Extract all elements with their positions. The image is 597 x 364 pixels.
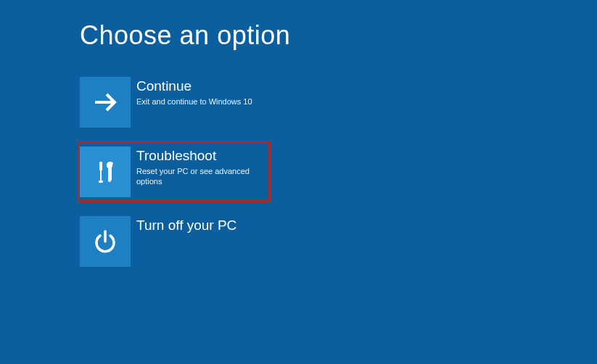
option-title: Turn off your PC <box>136 218 236 234</box>
svg-rect-3 <box>99 181 103 183</box>
option-title: Continue <box>136 78 252 95</box>
tools-icon <box>91 157 120 186</box>
option-desc: Reset your PC or see advanced options <box>136 166 261 187</box>
option-desc: Exit and continue to Windows 10 <box>136 96 252 107</box>
troubleshoot-text: Troubleshoot Reset your PC or see advanc… <box>136 146 261 197</box>
troubleshoot-option[interactable]: Troubleshoot Reset your PC or see advanc… <box>80 144 268 200</box>
troubleshoot-tile <box>80 146 131 197</box>
turn-off-text: Turn off your PC <box>136 216 236 267</box>
turn-off-tile <box>80 216 131 267</box>
power-icon <box>91 227 120 256</box>
option-title: Troubleshoot <box>136 148 261 165</box>
svg-rect-1 <box>99 162 102 170</box>
continue-tile <box>80 77 131 128</box>
recovery-options-screen: Choose an option Continue <box>0 0 597 270</box>
arrow-right-icon <box>91 88 120 117</box>
continue-option[interactable]: Continue Exit and continue to Windows 10 <box>80 74 268 131</box>
turn-off-option[interactable]: Turn off your PC <box>80 213 268 270</box>
continue-text: Continue Exit and continue to Windows 10 <box>136 77 252 128</box>
page-title: Choose an option <box>80 20 597 51</box>
svg-rect-4 <box>109 167 112 181</box>
svg-rect-2 <box>100 170 102 181</box>
option-list: Continue Exit and continue to Windows 10 <box>80 74 597 270</box>
